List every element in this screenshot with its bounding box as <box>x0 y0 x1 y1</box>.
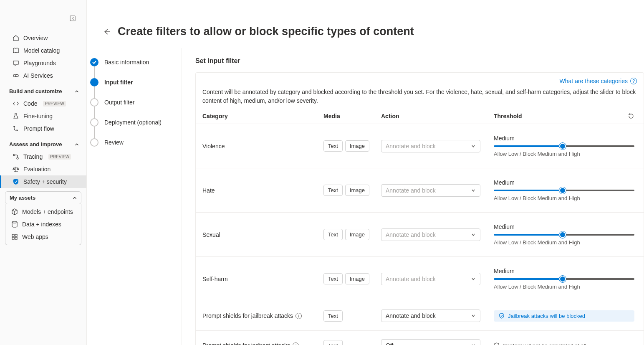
nav-prompt-flow[interactable]: Prompt flow <box>0 122 86 135</box>
threshold-value-label: Medium <box>494 135 634 142</box>
back-button[interactable] <box>103 28 111 36</box>
step-label: Basic information <box>104 59 149 66</box>
media-text-button[interactable]: Text <box>323 310 343 322</box>
media-image-button[interactable]: Image <box>345 185 369 196</box>
media-text-button[interactable]: Text <box>323 229 343 240</box>
section-title: Assess and improve <box>9 141 62 147</box>
nav-label: Code <box>23 100 37 107</box>
action-select[interactable]: Annotate and block <box>381 228 480 241</box>
status-text: Content will not be annotated at all <box>494 342 634 345</box>
collapse-sidebar-button[interactable] <box>70 15 76 22</box>
step-label: Review <box>104 139 124 146</box>
chevron-down-icon <box>471 313 476 318</box>
section-title: Set input filter <box>195 57 644 65</box>
threshold-value-label: Medium <box>494 268 634 274</box>
nav-label: AI Services <box>23 72 53 79</box>
categories-help-link[interactable]: What are these categories <box>560 78 628 84</box>
reset-thresholds-button[interactable] <box>628 113 634 119</box>
action-select[interactable]: Off <box>381 339 480 345</box>
step-review[interactable]: Review <box>90 138 177 147</box>
section-assess-improve[interactable]: Assess and improve <box>0 138 86 150</box>
action-select[interactable]: Annotate and block <box>381 184 480 197</box>
section-title: My assets <box>10 195 35 201</box>
nav-label: Prompt flow <box>23 125 54 132</box>
svg-point-2 <box>16 74 18 77</box>
flask-icon <box>13 113 19 119</box>
svg-point-3 <box>13 154 15 156</box>
nav-models-endpoints[interactable]: Models + endpoints <box>5 205 81 218</box>
nav-code[interactable]: Code PREVIEW <box>0 97 86 110</box>
section-build-customize[interactable]: Build and customize <box>0 85 86 97</box>
section-my-assets[interactable]: My assets <box>5 191 81 204</box>
threshold-slider[interactable] <box>494 143 634 149</box>
home-icon <box>13 35 19 41</box>
preview-badge: PREVIEW <box>48 154 71 160</box>
action-select[interactable]: Annotate and block <box>381 140 480 152</box>
filter-row: Self-harm Text Image Annotate and block … <box>196 257 644 301</box>
apps-icon <box>11 233 18 240</box>
info-icon[interactable]: i <box>293 342 299 345</box>
wizard-stepper: Basic information Input filter Output fi… <box>87 48 182 345</box>
svg-point-5 <box>12 221 17 223</box>
media-image-button[interactable]: Image <box>345 140 369 152</box>
chevron-down-icon <box>471 232 476 237</box>
nav-model-catalog[interactable]: Model catalog <box>0 44 86 57</box>
media-image-button[interactable]: Image <box>345 229 369 240</box>
threshold-slider[interactable] <box>494 188 634 193</box>
category-label: Self-harm <box>202 276 323 282</box>
action-select[interactable]: Annotate and block <box>381 309 480 322</box>
step-label: Input filter <box>104 79 133 86</box>
step-basic-information[interactable]: Basic information <box>90 58 177 66</box>
nav-label: Data + indexes <box>22 221 61 228</box>
info-icon[interactable]: i <box>295 313 302 319</box>
threshold-value-label: Medium <box>494 223 634 230</box>
nav-playgrounds[interactable]: Playgrounds <box>0 57 86 69</box>
threshold-description: Allow Low / Block Medium and High <box>494 195 634 201</box>
book-icon <box>13 47 19 54</box>
svg-rect-8 <box>12 237 14 239</box>
media-text-button[interactable]: Text <box>323 140 343 152</box>
shield-row: Prompt shields for indirect attacks i Te… <box>196 331 644 345</box>
media-text-button[interactable]: Text <box>323 340 343 345</box>
nav-tracing[interactable]: Tracing PREVIEW <box>0 150 86 163</box>
chevron-down-icon <box>471 144 476 149</box>
chevron-up-icon <box>74 89 80 94</box>
table-header: Category Media Action Threshold <box>196 113 644 124</box>
nav-web-apps[interactable]: Web apps <box>5 231 81 243</box>
nav-safety-security[interactable]: Safety + security <box>0 175 86 188</box>
chevron-down-icon <box>471 188 476 193</box>
step-output-filter[interactable]: Output filter <box>90 98 177 107</box>
code-icon <box>13 100 19 107</box>
threshold-description: Allow Low / Block Medium and High <box>494 284 634 290</box>
filter-row: Sexual Text Image Annotate and block Med… <box>196 213 644 257</box>
step-input-filter[interactable]: Input filter <box>90 78 177 86</box>
nav-ai-services[interactable]: AI Services <box>0 69 86 82</box>
link-icon <box>13 72 19 79</box>
status-badge: Jailbreak attacks will be blocked <box>494 310 634 322</box>
threshold-slider[interactable] <box>494 232 634 238</box>
nav-fine-tuning[interactable]: Fine-tuning <box>0 110 86 122</box>
threshold-slider[interactable] <box>494 276 634 282</box>
nav-label: Safety + security <box>23 178 67 185</box>
media-text-button[interactable]: Text <box>323 185 343 196</box>
header-action: Action <box>381 113 494 119</box>
svg-rect-6 <box>12 234 14 236</box>
nav-label: Models + endpoints <box>22 208 73 215</box>
nav-overview[interactable]: Overview <box>0 32 86 44</box>
nav-data-indexes[interactable]: Data + indexes <box>5 218 81 231</box>
action-select[interactable]: Annotate and block <box>381 273 480 285</box>
chevron-up-icon <box>74 142 80 147</box>
chat-icon <box>13 60 19 66</box>
media-text-button[interactable]: Text <box>323 273 343 284</box>
main-content: Create filters to allow or block specifi… <box>87 0 644 345</box>
database-icon <box>11 221 18 228</box>
header-threshold: Threshold <box>494 113 522 119</box>
threshold-value-label: Medium <box>494 179 634 186</box>
help-icon[interactable]: ? <box>630 78 637 84</box>
section-title: Build and customize <box>9 88 62 94</box>
media-image-button[interactable]: Image <box>345 273 369 284</box>
filter-row: Hate Text Image Annotate and block Mediu… <box>196 168 644 213</box>
step-deployment[interactable]: Deployment (optional) <box>90 118 177 127</box>
category-label: Violence <box>202 143 323 150</box>
nav-evaluation[interactable]: Evaluation <box>0 163 86 175</box>
